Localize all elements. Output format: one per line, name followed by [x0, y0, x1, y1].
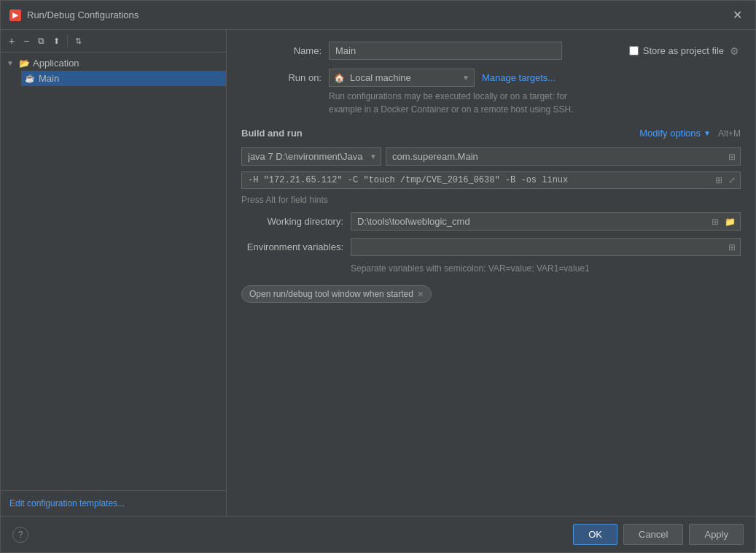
name-left: Name:	[241, 42, 629, 60]
add-config-button[interactable]: +	[5, 33, 18, 49]
tag-label: Open run/debug tool window when started	[249, 289, 413, 299]
name-row: Name: Store as project file ⚙	[241, 42, 741, 60]
copy-config-button[interactable]: ⧉	[34, 34, 48, 48]
env-icon-buttons: ⊞	[726, 241, 738, 253]
wd-browse-folder-button[interactable]: 📁	[722, 216, 738, 228]
vm-options-input[interactable]	[241, 171, 741, 189]
name-label: Name:	[241, 45, 322, 56]
store-gear-button[interactable]: ⚙	[728, 44, 741, 58]
main-class-input[interactable]	[386, 147, 741, 166]
application-folder-icon: 📂	[18, 58, 30, 69]
sort-config-button[interactable]: ⇅	[71, 34, 85, 48]
edit-templates-link[interactable]: Edit configuration templates...	[1, 490, 226, 516]
footer-left: ?	[12, 527, 28, 543]
tree-item-main[interactable]: ☕ Main	[21, 71, 226, 86]
footer-right: OK Cancel Apply	[573, 524, 744, 545]
main-content: + − ⧉ ⬆ ⇅ ▼ 📂 Application ☕ Main	[1, 30, 755, 516]
move-config-button[interactable]: ⬆	[50, 34, 63, 48]
wd-browse-file-button[interactable]: ⊞	[709, 216, 721, 228]
env-input-wrapper: ⊞	[351, 238, 741, 256]
modify-options-label: Modify options	[639, 128, 701, 139]
tree-main-label: Main	[39, 73, 59, 84]
vm-options-row: ⊞ ⤢	[241, 171, 741, 189]
wd-input-wrapper: ⊞ 📁	[351, 212, 741, 231]
open-tool-window-tag: Open run/debug tool window when started …	[241, 285, 432, 303]
store-project-file-label: Store as project file	[643, 45, 724, 56]
modify-options-button[interactable]: Modify options ▼	[639, 128, 711, 139]
toolbar-separator	[67, 35, 68, 47]
run-on-dropdown-wrapper: 🏠 Local machine ▼	[329, 69, 475, 87]
run-on-dropdown[interactable]: Local machine	[329, 69, 475, 87]
name-right: Store as project file ⚙	[629, 44, 741, 58]
chevron-down-icon: ▼	[704, 129, 711, 137]
right-panel: Name: Store as project file ⚙ Run on: 🏠 …	[227, 30, 755, 516]
remove-config-button[interactable]: −	[20, 33, 33, 49]
vm-input-wrapper: ⊞ ⤢	[241, 171, 741, 189]
title-bar: ▶ Run/Debug Configurations ✕	[1, 1, 755, 30]
dialog-footer: ? OK Cancel Apply	[1, 516, 755, 552]
cancel-button[interactable]: Cancel	[623, 524, 683, 545]
working-directory-input[interactable]	[351, 212, 741, 231]
tree-item-application[interactable]: ▼ 📂 Application	[1, 55, 226, 71]
tag-close-button[interactable]: ×	[418, 289, 424, 299]
wd-icon-buttons: ⊞ 📁	[709, 216, 738, 228]
dialog-title: Run/Debug Configurations	[27, 9, 139, 20]
modify-options-area: Modify options ▼ Alt+M	[639, 128, 741, 139]
vm-expand-button[interactable]: ⤢	[726, 174, 738, 186]
tree-arrow-application: ▼	[7, 59, 15, 67]
config-tree: ▼ 📂 Application ☕ Main	[1, 53, 226, 490]
help-button[interactable]: ?	[12, 527, 28, 543]
tree-application-label: Application	[33, 58, 79, 69]
vm-browse-button[interactable]: ⊞	[713, 174, 725, 186]
build-run-header: Build and run Modify options ▼ Alt+M	[241, 128, 741, 139]
env-label: Environment variables:	[241, 241, 343, 252]
main-class-icon: ☕	[24, 74, 36, 83]
run-debug-dialog: ▶ Run/Debug Configurations ✕ + − ⧉ ⬆ ⇅ ▼…	[0, 0, 756, 553]
build-run-title: Build and run	[241, 128, 303, 139]
env-hint-text: Separate variables with semicolon: VAR=v…	[351, 263, 741, 274]
ok-button[interactable]: OK	[573, 524, 617, 545]
toolbar: + − ⧉ ⬆ ⇅	[1, 30, 226, 53]
manage-targets-link[interactable]: Manage targets...	[482, 72, 556, 83]
run-on-label: Run on:	[241, 72, 322, 83]
java-dropdown-wrapper: java 7 D:\environment\Java ▼	[241, 147, 381, 166]
store-project-file-checkbox[interactable]	[629, 46, 639, 55]
class-browse-button[interactable]: ⊞	[726, 151, 738, 163]
wd-label: Working directory:	[241, 216, 343, 227]
run-on-row: Run on: 🏠 Local machine ▼ Manage targets…	[241, 69, 741, 87]
title-bar-left: ▶ Run/Debug Configurations	[9, 9, 139, 21]
vm-icon-buttons: ⊞ ⤢	[713, 174, 738, 186]
java-class-row: java 7 D:\environment\Java ▼ ⊞	[241, 147, 741, 166]
apply-button[interactable]: Apply	[689, 524, 744, 545]
field-hint-text: Press Alt for field hints	[241, 195, 741, 205]
java-sdk-dropdown[interactable]: java 7 D:\environment\Java	[241, 147, 381, 166]
env-variables-input[interactable]	[351, 238, 741, 256]
name-input[interactable]	[329, 42, 562, 60]
close-button[interactable]: ✕	[728, 7, 747, 23]
env-variables-row: Environment variables: ⊞	[241, 238, 741, 256]
env-browse-button[interactable]: ⊞	[726, 241, 738, 253]
class-input-wrapper: ⊞	[386, 147, 741, 166]
tag-row: Open run/debug tool window when started …	[241, 285, 741, 303]
app-icon: ▶	[9, 9, 21, 21]
left-panel: + − ⧉ ⬆ ⇅ ▼ 📂 Application ☕ Main	[1, 30, 227, 516]
working-directory-row: Working directory: ⊞ 📁	[241, 212, 741, 231]
tree-children-application: ☕ Main	[1, 71, 226, 86]
shortcut-label: Alt+M	[718, 128, 741, 139]
run-hint-text: Run configurations may be executed local…	[329, 90, 741, 116]
